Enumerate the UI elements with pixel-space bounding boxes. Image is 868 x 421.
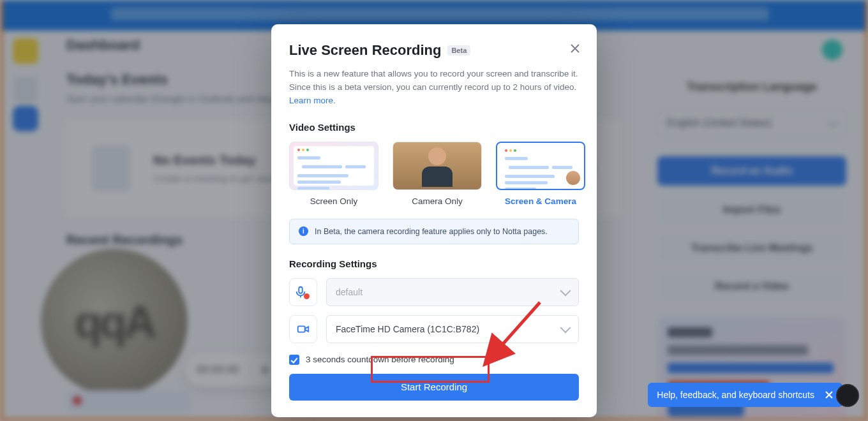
modal-description: This is a new feature that allows you to… bbox=[289, 68, 579, 108]
recording-settings-heading: Recording Settings bbox=[289, 258, 579, 269]
beta-badge: Beta bbox=[447, 45, 470, 55]
svg-rect-2 bbox=[299, 287, 303, 293]
microphone-select[interactable]: default bbox=[326, 278, 579, 306]
option-label: Screen Only bbox=[289, 196, 378, 206]
option-screen-and-camera[interactable]: Screen & Camera bbox=[496, 142, 585, 206]
learn-more-link[interactable]: Learn more bbox=[289, 96, 333, 105]
help-feedback-text: Help, feedback, and keyboard shortcuts bbox=[657, 390, 814, 400]
svg-rect-3 bbox=[298, 326, 305, 332]
option-camera-only[interactable]: Camera Only bbox=[393, 142, 482, 206]
window-dots-icon bbox=[505, 149, 516, 152]
beta-info-banner: i In Beta, the camera recording feature … bbox=[289, 219, 579, 244]
help-feedback-pill[interactable]: Help, feedback, and keyboard shortcuts bbox=[648, 383, 842, 407]
person-icon bbox=[419, 147, 455, 189]
help-launcher-button[interactable] bbox=[836, 384, 859, 407]
beta-info-text: In Beta, the camera recording feature ap… bbox=[315, 227, 548, 236]
info-icon: i bbox=[299, 226, 308, 236]
microphone-icon bbox=[289, 278, 317, 306]
video-settings-heading: Video Settings bbox=[289, 122, 579, 133]
chevron-down-icon bbox=[560, 322, 571, 333]
camera-value: FaceTime HD Camera (1C1C:B782) bbox=[336, 324, 479, 334]
modal-title: Live Screen Recording bbox=[289, 42, 441, 59]
microphone-value: default bbox=[336, 287, 363, 297]
camera-select[interactable]: FaceTime HD Camera (1C1C:B782) bbox=[326, 315, 579, 343]
option-screen-only[interactable]: Screen Only bbox=[289, 142, 378, 206]
video-settings-options: Screen Only Camera Only Screen & Camera bbox=[289, 142, 579, 206]
countdown-label: 3 seconds countdown before recording bbox=[306, 355, 454, 364]
close-button[interactable] bbox=[567, 41, 583, 56]
countdown-checkbox[interactable] bbox=[289, 355, 299, 365]
option-label: Camera Only bbox=[393, 196, 482, 206]
camera-icon bbox=[289, 315, 317, 343]
live-screen-recording-modal: Live Screen Recording Beta This is a new… bbox=[271, 24, 597, 417]
camera-bubble-icon bbox=[565, 170, 581, 186]
close-icon[interactable] bbox=[825, 390, 834, 399]
start-recording-button[interactable]: Start Recording bbox=[289, 374, 579, 401]
chevron-down-icon bbox=[560, 285, 571, 296]
window-dots-icon bbox=[297, 149, 309, 151]
option-label: Screen & Camera bbox=[496, 196, 585, 206]
